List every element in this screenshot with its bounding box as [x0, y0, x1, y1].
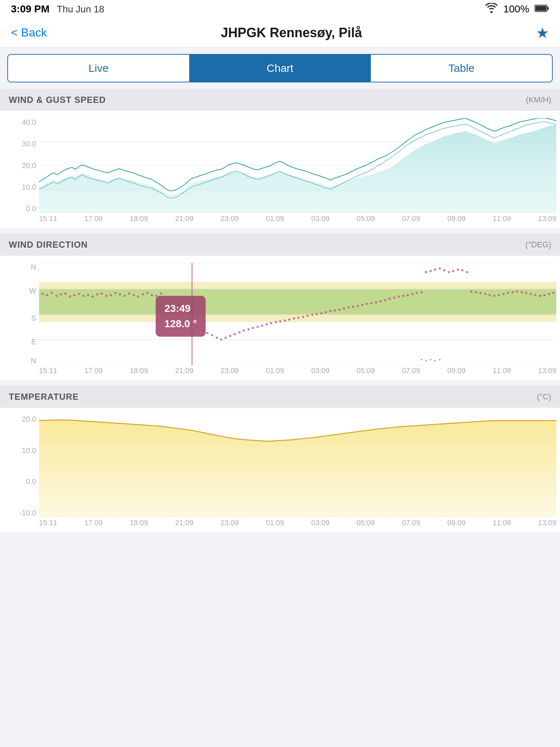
x-label: 15:11 — [39, 367, 57, 375]
temperature-chart: 20.0 10.0 0.0 -10.0 — [20, 415, 556, 517]
svg-point-128 — [434, 360, 436, 361]
page-title: JHPGK Rennesøy, Pilå — [221, 25, 362, 40]
x-label: 11:09 — [493, 367, 511, 375]
wind-direction-tooltip: 23:49 128.0 ° — [156, 296, 206, 337]
temperature-section-header: TEMPERATURE (°C) — [0, 386, 560, 408]
svg-point-48 — [206, 332, 209, 334]
svg-point-81 — [357, 305, 359, 307]
svg-point-113 — [502, 293, 505, 295]
tooltip-time: 23:49 — [164, 301, 197, 316]
x-label: 09:09 — [447, 214, 466, 223]
svg-point-78 — [343, 307, 345, 310]
svg-point-76 — [334, 309, 336, 311]
x-label: 01:09 — [266, 214, 284, 223]
svg-point-89 — [393, 297, 395, 299]
tooltip-value: 128.0 ° — [164, 316, 197, 332]
svg-point-65 — [284, 320, 286, 322]
svg-point-121 — [539, 295, 541, 297]
direction-chart-container: N W S E N — [0, 256, 560, 380]
svg-point-102 — [452, 270, 454, 272]
svg-point-87 — [384, 299, 386, 301]
temperature-chart-container: 20.0 10.0 0.0 -10.0 — [0, 408, 560, 532]
svg-point-95 — [420, 291, 423, 293]
svg-point-127 — [430, 359, 431, 360]
direction-svg — [39, 263, 556, 365]
dir-y-W: W — [29, 287, 36, 295]
x-label: 05:09 — [357, 367, 375, 375]
y-label-20: 20.0 — [22, 415, 36, 423]
direction-unit: (°DEG) — [525, 240, 551, 249]
svg-point-84 — [370, 302, 372, 304]
tab-table[interactable]: Table — [371, 55, 552, 82]
svg-point-118 — [525, 292, 527, 294]
svg-point-62 — [270, 322, 272, 324]
svg-point-27 — [105, 295, 108, 297]
svg-point-101 — [448, 271, 450, 273]
svg-point-85 — [375, 301, 377, 303]
svg-point-111 — [493, 295, 495, 297]
y-label-30: 30.0 — [22, 140, 36, 148]
svg-point-24 — [92, 295, 94, 298]
back-button[interactable]: < Back — [11, 26, 47, 39]
svg-point-123 — [548, 293, 550, 295]
svg-point-98 — [434, 268, 436, 271]
direction-chart: N W S E N — [20, 263, 556, 365]
svg-point-70 — [306, 315, 308, 317]
svg-point-86 — [379, 300, 381, 302]
svg-point-125 — [421, 359, 422, 360]
x-label: 01:09 — [266, 367, 284, 375]
svg-point-120 — [534, 294, 536, 296]
y-label-40: 40.0 — [22, 118, 36, 127]
y-label-10: 10.0 — [22, 183, 36, 191]
svg-point-29 — [114, 292, 117, 294]
svg-point-115 — [512, 291, 514, 293]
x-label: 19:09 — [130, 367, 148, 375]
svg-point-92 — [407, 294, 409, 296]
wind-section-header: WIND & GUST SPEED (KM/H) — [0, 89, 560, 111]
status-bar: 3:09 PM Thu Jun 18 100% — [0, 0, 560, 18]
wifi-icon — [485, 3, 498, 16]
svg-point-126 — [425, 360, 427, 361]
temperature-section-label: TEMPERATURE — [9, 392, 79, 402]
x-label: 09:09 — [447, 367, 466, 375]
x-label: 15:11 — [39, 214, 57, 223]
favorite-button[interactable]: ★ — [536, 24, 549, 41]
status-date: Thu Jun 18 — [57, 4, 104, 15]
svg-point-82 — [361, 304, 363, 306]
tab-live[interactable]: Live — [8, 55, 190, 82]
tab-chart[interactable]: Chart — [190, 55, 371, 82]
svg-point-80 — [352, 306, 354, 308]
direction-section-label: WIND DIRECTION — [9, 240, 88, 250]
x-label: 23:09 — [221, 519, 239, 527]
x-label: 17:09 — [84, 519, 102, 527]
wind-chart: 40.0 30.0 20.0 10.0 0.0 — [20, 118, 556, 213]
svg-point-73 — [320, 312, 322, 314]
svg-point-19 — [69, 295, 71, 298]
svg-point-25 — [96, 293, 98, 295]
svg-point-71 — [311, 314, 313, 316]
battery-icon — [534, 4, 549, 15]
svg-point-100 — [443, 269, 445, 271]
svg-point-36 — [146, 292, 148, 294]
direction-x-axis: 15:11 17:09 19:09 21:09 23:09 01:09 03:0… — [39, 365, 556, 380]
tab-bar: Live Chart Table — [7, 54, 553, 82]
svg-point-26 — [101, 293, 103, 295]
status-time: 3:09 PM — [11, 3, 50, 15]
y-label-20: 20.0 — [22, 162, 36, 170]
x-label: 15:11 — [39, 519, 57, 527]
x-label: 11:09 — [493, 214, 511, 223]
svg-point-91 — [402, 295, 404, 297]
svg-point-49 — [211, 334, 213, 336]
x-label: 07:09 — [402, 519, 420, 527]
wind-section-label: WIND & GUST SPEED — [9, 95, 106, 105]
temperature-svg — [39, 415, 556, 517]
x-label: 23:09 — [221, 214, 239, 223]
x-label: 07:09 — [402, 367, 420, 375]
bottom-spacer — [0, 532, 560, 554]
x-label: 03:09 — [311, 519, 330, 527]
svg-point-53 — [229, 335, 232, 337]
x-label: 21:09 — [175, 367, 193, 375]
y-label-0: 0.0 — [26, 477, 36, 486]
svg-point-60 — [261, 325, 263, 327]
svg-point-94 — [416, 292, 418, 294]
